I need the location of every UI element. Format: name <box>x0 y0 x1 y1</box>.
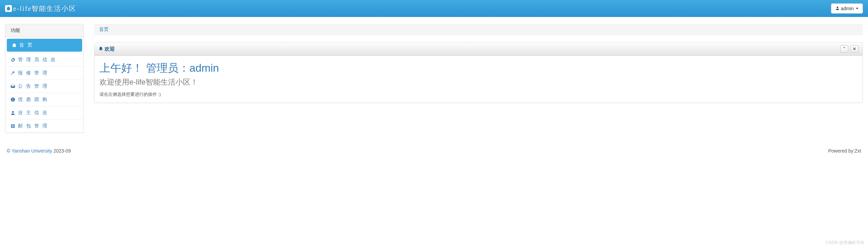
breadcrumb: 首页 <box>94 24 863 35</box>
chevron-down-icon <box>856 8 858 9</box>
user-dropdown-button[interactable]: admin <box>831 3 863 14</box>
welcome-subtitle: 欢迎使用e-life智能生活小区！ <box>99 77 857 87</box>
sidebar-item-label: 报 修 管 理 <box>18 70 48 76</box>
sidebar-item-label: 业 主 信 息 <box>18 110 48 116</box>
footer: © Yanshan University 2023-09 Powered by:… <box>0 143 868 156</box>
user-icon <box>835 6 839 11</box>
bell-icon <box>98 46 103 52</box>
breadcrumb-home[interactable]: 首页 <box>99 27 109 32</box>
sidebar-item-label: 管 理 员 信 息 <box>18 57 56 63</box>
welcome-panel-body: 上午好！ 管理员：admin 欢迎使用e-life智能生活小区！ 请在左侧选择您… <box>94 56 863 103</box>
content-area: 首页 欢迎 ˄ ✕ 上午好！ 管理员：admin 欢迎使用e-life智能生活小… <box>94 24 863 103</box>
footer-powered: Powered by:Zxt <box>828 148 861 154</box>
sidebar-item-label: 首 页 <box>19 42 33 48</box>
info-icon <box>11 97 15 102</box>
welcome-panel-header: 欢迎 ˄ ✕ <box>94 42 863 56</box>
brand-text: e-life智能生活小区 <box>13 4 76 13</box>
svg-rect-6 <box>12 127 14 127</box>
sidebar-item-repair[interactable]: 报 修 管 理 <box>5 67 84 80</box>
sidebar-item-notice[interactable]: 公 告 管 理 <box>5 80 84 93</box>
sidebar-panel: 功能 首 页 管 理 员 信 息 报 修 管 理 公 告 管 理 <box>5 24 84 133</box>
welcome-title-text: 欢迎 <box>105 46 115 52</box>
sidebar-item-parcel[interactable]: 邮 包 管 理 <box>5 120 84 133</box>
sidebar-item-label: 邮 包 管 理 <box>18 123 48 129</box>
sidebar-item-label: 优 惠 团 购 <box>18 96 48 103</box>
sidebar-item-label: 公 告 管 理 <box>18 83 48 89</box>
welcome-greeting: 上午好！ 管理员：admin <box>99 61 857 76</box>
main-container: 功能 首 页 管 理 员 信 息 报 修 管 理 公 告 管 理 <box>0 17 868 133</box>
footer-copyright: © Yanshan University 2023-09 <box>7 148 71 154</box>
gear-icon <box>11 57 15 62</box>
sidebar: 功能 首 页 管 理 员 信 息 报 修 管 理 公 告 管 理 <box>5 24 84 133</box>
user-icon <box>11 110 15 115</box>
copyright-prefix: © <box>7 148 12 154</box>
sidebar-item-home[interactable]: 首 页 <box>7 39 82 52</box>
sidebar-nav: 首 页 管 理 员 信 息 报 修 管 理 公 告 管 理 优 惠 团 购 <box>5 39 84 133</box>
close-icon: ✕ <box>853 47 856 51</box>
list-icon <box>11 124 15 128</box>
envelope-icon <box>11 84 15 89</box>
brand: e-life智能生活小区 <box>5 4 76 13</box>
footer-university-link[interactable]: Yanshan University <box>12 148 52 154</box>
welcome-panel: 欢迎 ˄ ✕ 上午好！ 管理员：admin 欢迎使用e-life智能生活小区！ … <box>94 42 863 103</box>
user-label: admin <box>841 6 854 11</box>
brand-home-icon <box>5 5 12 12</box>
top-navbar: e-life智能生活小区 admin <box>0 0 868 17</box>
svg-rect-1 <box>13 99 13 101</box>
svg-rect-4 <box>12 125 14 125</box>
close-button[interactable]: ✕ <box>850 45 858 53</box>
collapse-button[interactable]: ˄ <box>840 45 848 53</box>
welcome-panel-title: 欢迎 <box>98 46 115 52</box>
home-icon <box>12 43 17 48</box>
svg-rect-5 <box>12 126 14 126</box>
sidebar-item-owner[interactable]: 业 主 信 息 <box>5 106 84 119</box>
panel-actions: ˄ ✕ <box>840 45 858 53</box>
sidebar-item-groupbuy[interactable]: 优 惠 团 购 <box>5 93 84 106</box>
wrench-icon <box>11 71 15 75</box>
sidebar-item-admin-info[interactable]: 管 理 员 信 息 <box>5 53 84 66</box>
footer-year: 2023-09 <box>52 148 71 154</box>
welcome-hint: 请在左侧选择您要进行的操作 :) <box>99 91 857 98</box>
sidebar-heading: 功能 <box>5 24 84 37</box>
chevron-up-icon: ˄ <box>843 47 845 51</box>
svg-rect-2 <box>13 99 13 99</box>
